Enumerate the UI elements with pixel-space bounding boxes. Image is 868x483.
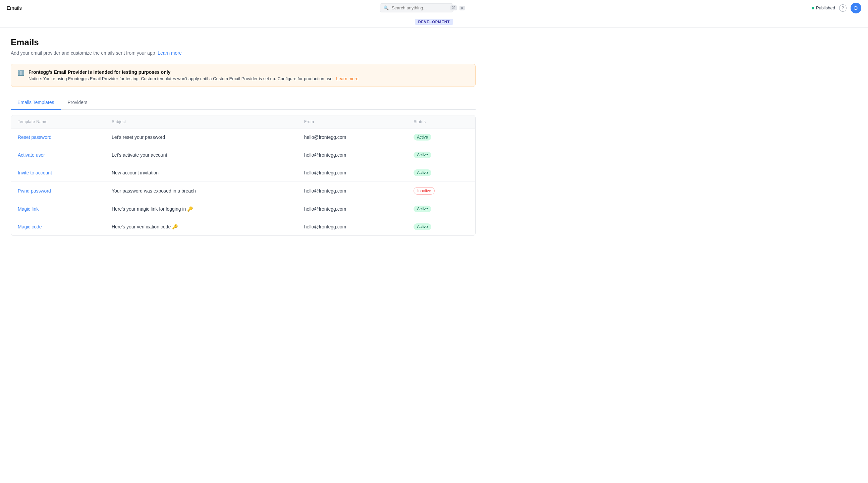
- alert-learn-more-link[interactable]: Learn more: [336, 76, 358, 81]
- cell-subject: New account invitation: [105, 164, 298, 182]
- alert-text: Notice: You're using Frontegg's Email Pr…: [29, 76, 359, 81]
- cell-subject: Here's your verification code 🔑: [105, 218, 298, 236]
- status-badge: Active: [413, 206, 431, 212]
- table-row: Pwnd password Your password was exposed …: [11, 182, 475, 200]
- alert-content: Frontegg's Email Provider is intended fo…: [29, 69, 359, 81]
- cell-status: Active: [407, 146, 475, 164]
- table-header-row: Template Name Subject From Status: [11, 115, 475, 128]
- search-icon: 🔍: [383, 5, 389, 10]
- cell-status: Inactive: [407, 182, 475, 200]
- template-link[interactable]: Reset password: [18, 134, 51, 140]
- cell-status: Active: [407, 164, 475, 182]
- template-link[interactable]: Invite to account: [18, 170, 52, 175]
- template-link[interactable]: Pwnd password: [18, 188, 51, 193]
- help-icon: ?: [842, 6, 844, 10]
- cell-template-name[interactable]: Invite to account: [11, 164, 105, 182]
- col-from: From: [298, 115, 407, 128]
- help-button[interactable]: ?: [839, 4, 846, 12]
- cell-status: Active: [407, 128, 475, 146]
- published-dot: [812, 7, 814, 9]
- status-badge: Active: [413, 170, 431, 176]
- cell-subject: Let's reset your password: [105, 128, 298, 146]
- cell-template-name[interactable]: Reset password: [11, 128, 105, 146]
- tab-providers[interactable]: Providers: [61, 96, 94, 110]
- avatar[interactable]: D: [850, 3, 861, 13]
- page-subtitle: Add your email provider and customize th…: [11, 50, 475, 56]
- page-title: Emails: [11, 37, 475, 48]
- nav-right: Published ? D: [812, 3, 861, 13]
- page-subtitle-text: Add your email provider and customize th…: [11, 50, 155, 56]
- alert-box: ℹ️ Frontegg's Email Provider is intended…: [11, 64, 475, 87]
- cell-template-name[interactable]: Activate user: [11, 146, 105, 164]
- tabs-bar: Emails Templates Providers: [11, 96, 475, 110]
- nav-title: Emails: [7, 5, 22, 11]
- status-badge: Active: [413, 152, 431, 158]
- nav-center: 🔍 ⌘ K: [380, 3, 454, 12]
- tab-emails-templates[interactable]: Emails Templates: [11, 96, 61, 110]
- template-link[interactable]: Magic code: [18, 224, 42, 230]
- cell-from: hello@frontegg.com: [298, 200, 407, 218]
- alert-text-content: Notice: You're using Frontegg's Email Pr…: [29, 76, 334, 81]
- search-bar[interactable]: 🔍 ⌘ K: [380, 3, 454, 12]
- cell-status: Active: [407, 200, 475, 218]
- page-learn-more-link[interactable]: Learn more: [158, 50, 182, 56]
- cell-subject: Here's your magic link for logging in 🔑: [105, 200, 298, 218]
- cell-template-name[interactable]: Pwnd password: [11, 182, 105, 200]
- top-navigation: Emails 🔍 ⌘ K Published ? D: [0, 0, 868, 16]
- cell-subject: Your password was exposed in a breach: [105, 182, 298, 200]
- table-row: Magic code Here's your verification code…: [11, 218, 475, 236]
- kbd-k: K: [460, 6, 465, 10]
- dev-banner: DEVELOPMENT: [0, 16, 868, 28]
- template-link[interactable]: Activate user: [18, 152, 45, 158]
- template-link[interactable]: Magic link: [18, 206, 38, 212]
- table-row: Activate user Let's activate your accoun…: [11, 146, 475, 164]
- table-row: Reset password Let's reset your password…: [11, 128, 475, 146]
- cell-status: Active: [407, 218, 475, 236]
- cell-subject: Let's activate your account: [105, 146, 298, 164]
- kbd-meta: ⌘: [451, 5, 457, 10]
- col-subject: Subject: [105, 115, 298, 128]
- published-badge: Published: [812, 5, 835, 10]
- cell-from: hello@frontegg.com: [298, 146, 407, 164]
- alert-icon: ℹ️: [18, 70, 25, 81]
- cell-from: hello@frontegg.com: [298, 182, 407, 200]
- dev-badge-label: DEVELOPMENT: [415, 19, 454, 25]
- col-status: Status: [407, 115, 475, 128]
- search-input[interactable]: [392, 5, 448, 10]
- status-badge: Inactive: [413, 187, 435, 194]
- emails-table: Template Name Subject From Status Reset …: [11, 115, 475, 236]
- cell-template-name[interactable]: Magic code: [11, 218, 105, 236]
- alert-title: Frontegg's Email Provider is intended fo…: [29, 69, 359, 75]
- cell-from: hello@frontegg.com: [298, 218, 407, 236]
- status-badge: Active: [413, 223, 431, 230]
- main-content: Emails Add your email provider and custo…: [0, 28, 486, 245]
- cell-from: hello@frontegg.com: [298, 128, 407, 146]
- table-row: Magic link Here's your magic link for lo…: [11, 200, 475, 218]
- status-badge: Active: [413, 134, 431, 141]
- col-template-name: Template Name: [11, 115, 105, 128]
- cell-template-name[interactable]: Magic link: [11, 200, 105, 218]
- cell-from: hello@frontegg.com: [298, 164, 407, 182]
- table-row: Invite to account New account invitation…: [11, 164, 475, 182]
- published-label: Published: [816, 5, 835, 10]
